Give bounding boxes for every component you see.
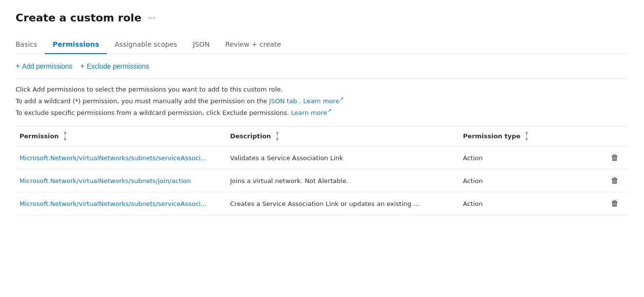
learn-more-link-2[interactable]: Learn more↗ [291,109,331,116]
table-row: Microsoft.Network/virtualNetworks/subnet… [16,147,628,169]
description-cell-1: Validates a Service Association Link [230,147,463,169]
permission-cell-2: Microsoft.Network/virtualNetworks/subnet… [16,169,230,192]
action-cell-1: 🗑 [586,147,628,169]
info-line-3: To exclude specific permissions from a w… [16,107,628,118]
col-header-description: Description ↑↓ [230,127,463,147]
type-cell-1: Action [463,147,586,169]
sort-icon-type[interactable]: ↑↓ [525,131,529,141]
table-row: Microsoft.Network/virtualNetworks/subnet… [16,192,628,215]
add-permissions-label: Add permissions [22,62,72,70]
external-icon-1: ↗ [339,96,343,102]
learn-more-label-2: Learn more [291,109,327,116]
sort-icon-permission[interactable]: ↑↓ [63,131,67,141]
col-header-type: Permission type ↑↓ [463,127,586,147]
permission-link-2[interactable]: Microsoft.Network/virtualNetworks/subnet… [19,177,191,185]
info-line3-prefix: To exclude specific permissions from a w… [16,109,289,116]
external-icon-2: ↗ [327,108,331,114]
tab-review-create[interactable]: Review + create [217,36,289,54]
tab-basics[interactable]: Basics [16,36,45,54]
col-header-permission: Permission ↑↓ [16,127,230,147]
action-cell-3: 🗑 [586,192,628,215]
info-box: Click Add permissions to select the perm… [16,79,628,127]
table-row: Microsoft.Network/virtualNetworks/subnet… [16,169,628,192]
page-title: Create a custom role [16,12,142,24]
action-bar: + Add permissions + Exclude permissions [16,54,628,79]
type-cell-3: Action [463,192,586,215]
delete-button-2[interactable]: 🗑 [607,174,623,187]
exclude-permissions-label: Exclude permissions [87,62,149,70]
permission-cell-3: Microsoft.Network/virtualNetworks/subnet… [16,192,230,215]
json-tab-link[interactable]: JSON tab [269,97,297,105]
permissions-table: Permission ↑↓ Description ↑↓ Permission … [16,127,628,215]
permission-cell-1: Microsoft.Network/virtualNetworks/subnet… [16,147,230,169]
plus-icon-exclude: + [80,62,85,71]
info-line-2: To add a wildcard (*) permission, you mu… [16,95,628,107]
ellipsis-button[interactable]: ··· [145,12,159,24]
action-cell-2: 🗑 [586,169,628,192]
add-permissions-button[interactable]: + Add permissions [16,60,72,73]
learn-more-label-1: Learn more [303,97,339,105]
tab-nav: Basics Permissions Assignable scopes JSO… [16,36,628,54]
delete-button-3[interactable]: 🗑 [607,197,623,210]
sort-icon-description[interactable]: ↑↓ [275,131,279,141]
tab-permissions[interactable]: Permissions [45,36,107,54]
table-header-row: Permission ↑↓ Description ↑↓ Permission … [16,127,628,147]
col-header-action [586,127,628,147]
plus-icon-add: + [16,62,20,71]
info-line-1: Click Add permissions to select the perm… [16,85,628,95]
permission-link-3[interactable]: Microsoft.Network/virtualNetworks/subnet… [19,200,207,207]
tab-assignable-scopes[interactable]: Assignable scopes [107,36,185,54]
exclude-permissions-button[interactable]: + Exclude permissions [80,60,149,73]
delete-button-1[interactable]: 🗑 [607,151,623,164]
type-cell-2: Action [463,169,586,192]
description-cell-3: Creates a Service Association Link or up… [230,192,463,215]
page-title-row: Create a custom role ··· [16,12,628,24]
info-line2-suffix: . [299,97,301,105]
permission-link-1[interactable]: Microsoft.Network/virtualNetworks/subnet… [19,154,207,162]
description-cell-2: Joins a virtual network. Not Alertable. [230,169,463,192]
tab-json[interactable]: JSON [185,36,217,54]
learn-more-link-1[interactable]: Learn more↗ [303,97,343,105]
info-line2-prefix: To add a wildcard (*) permission, you mu… [16,97,269,105]
